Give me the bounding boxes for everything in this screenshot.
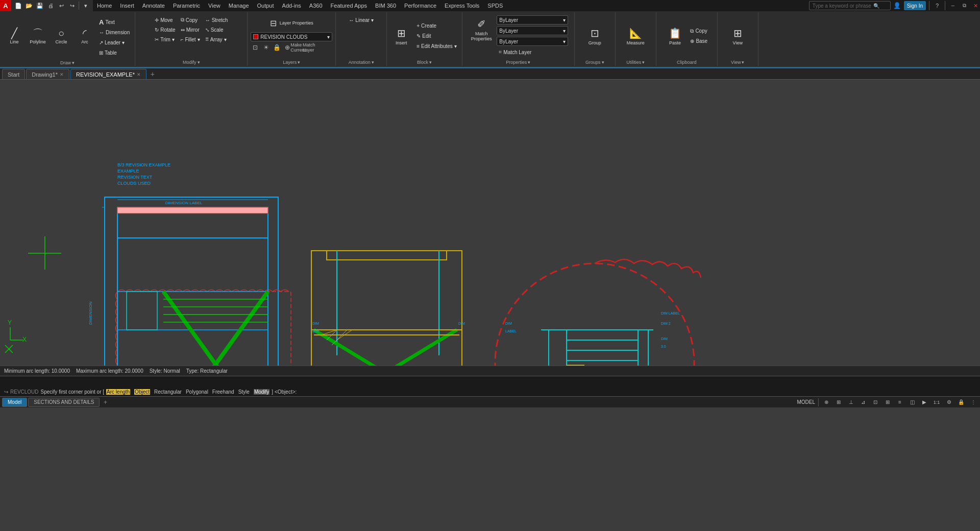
workspace-icon[interactable]: ⚙ — [944, 398, 953, 407]
stretch-button[interactable]: ↔ Stretch — [203, 15, 230, 25]
settings-icon[interactable]: ⋮ — [969, 398, 978, 407]
sign-in-button[interactable]: Sign In — [904, 1, 926, 10]
layer-icon3[interactable]: 🔒 — [272, 43, 281, 52]
view-group-label[interactable]: View ▾ — [731, 60, 744, 65]
match-layer-btn[interactable]: Match Layer — [304, 43, 313, 52]
restore-btn[interactable]: ⧉ — [960, 1, 969, 10]
minimize-btn[interactable]: ─ — [948, 1, 958, 10]
scale-button[interactable]: ⤡ Scale — [203, 25, 230, 34]
layout-tab-add[interactable]: + — [101, 398, 110, 407]
make-current-btn[interactable]: Make Current — [293, 43, 303, 52]
edit-button[interactable]: ✎ Edit — [414, 32, 459, 41]
layer-dropdown[interactable]: REVISION CLOUDS ▾ — [251, 32, 332, 41]
menu-manage[interactable]: Manage — [225, 0, 253, 11]
base-button[interactable]: ⊕ Base — [688, 37, 709, 46]
annotation-group-label[interactable]: Annotation ▾ — [349, 60, 374, 65]
close-btn[interactable]: ✕ — [971, 1, 980, 10]
polyline-button[interactable]: ⌒ Polyline — [27, 22, 49, 51]
match-properties-button[interactable]: ✐ Match Properties — [468, 15, 495, 44]
arc-button[interactable]: ◜ Arc — [74, 22, 96, 51]
user-icon[interactable]: 👤 — [893, 1, 902, 10]
utilities-group-label[interactable]: Utilities ▾ — [626, 60, 645, 65]
menu-spds[interactable]: SPDS — [483, 0, 507, 11]
match-layer-button[interactable]: ⌗ Match Layer — [497, 47, 568, 57]
menu-performance[interactable]: Performance — [400, 0, 440, 11]
circle-button[interactable]: ○ Circle — [50, 22, 72, 51]
array-button[interactable]: ⠿ Array▾ — [203, 35, 230, 44]
tab-start[interactable]: Start — [2, 69, 25, 79]
menu-featured-apps[interactable]: Featured Apps — [327, 0, 372, 11]
layers-group-label[interactable]: Layers ▾ — [283, 60, 300, 65]
layer-icon1[interactable]: ⊡ — [251, 43, 260, 52]
groups-group-label[interactable]: Groups ▾ — [585, 60, 604, 65]
qat-dropdown[interactable]: ▾ — [81, 1, 91, 10]
otrack-icon[interactable]: ⊞ — [883, 398, 892, 407]
qat-save[interactable]: 💾 — [35, 1, 45, 10]
lock-icon[interactable]: 🔒 — [957, 398, 966, 407]
view-button[interactable]: ⊞ View — [726, 22, 749, 51]
menu-bim360[interactable]: BIM 360 — [371, 0, 400, 11]
text-button[interactable]: A Text — [97, 17, 132, 27]
menu-insert[interactable]: Insert — [116, 0, 138, 11]
insert-button[interactable]: ⊞ Insert — [390, 22, 412, 51]
tab-drawing1-close[interactable]: ✕ — [60, 72, 64, 77]
move-button[interactable]: ✛ Move — [153, 15, 177, 25]
dimension-button[interactable]: ↔ Dimension — [97, 28, 132, 37]
layer-icon2[interactable]: ☀ — [261, 43, 271, 52]
menu-annotate[interactable]: Annotate — [138, 0, 169, 11]
tab-add-button[interactable]: + — [148, 69, 158, 79]
fillet-button[interactable]: ⌐ Fillet▾ — [179, 35, 202, 44]
mirror-button[interactable]: ⇔ Mirror — [179, 25, 202, 34]
clipboard-group-label[interactable]: Clipboard — [677, 60, 697, 65]
annotation-scale-icon[interactable]: 1:1 — [932, 398, 941, 407]
tab-sections-details[interactable]: SECTIONS AND DETAILS — [28, 398, 100, 407]
select-icon[interactable]: ▶ — [920, 398, 929, 407]
rotate-button[interactable]: ↻ Rotate — [153, 25, 177, 34]
menu-home[interactable]: Home — [93, 0, 116, 11]
create-button[interactable]: + Create — [414, 21, 459, 31]
linear-button[interactable]: ↔ Linear▾ — [347, 15, 376, 25]
block-group-label[interactable]: Block ▾ — [417, 60, 432, 65]
lineweight-icon[interactable]: ≡ — [895, 398, 904, 407]
measure-button[interactable]: 📐 Measure — [624, 22, 647, 51]
qat-plot[interactable]: 🖨 — [45, 1, 56, 10]
tab-revision-example[interactable]: REVISION_EXAMPLE* ✕ — [70, 69, 146, 79]
copy-button[interactable]: ⧉ Copy — [179, 15, 202, 25]
edit-attrib-button[interactable]: ≡ Edit Attributes▾ — [414, 42, 459, 51]
qat-open[interactable]: 📂 — [24, 1, 34, 10]
acad-logo[interactable]: A — [0, 0, 11, 11]
group-button[interactable]: ⊡ Group — [583, 22, 606, 51]
draw-group-label[interactable]: Draw ▾ — [60, 60, 75, 65]
clipboard-copy-button[interactable]: ⧉ Copy — [688, 27, 709, 36]
ortho-icon[interactable]: ⊥ — [846, 398, 855, 407]
table-button[interactable]: ⊞ Table — [97, 48, 132, 57]
grid-icon[interactable]: ⊞ — [834, 398, 843, 407]
menu-a360[interactable]: A360 — [305, 0, 327, 11]
leader-button[interactable]: ↗ Leader▾ — [97, 38, 132, 47]
qat-undo[interactable]: ↩ — [56, 1, 66, 10]
paste-button[interactable]: 📋 Paste — [664, 22, 686, 51]
transparency-icon[interactable]: ◫ — [908, 398, 917, 407]
line-button[interactable]: ╱ Line — [3, 22, 26, 51]
search-bar[interactable]: Type a keyword or phrase 🔍 — [809, 1, 891, 10]
modify-group-label[interactable]: Modify ▾ — [183, 60, 200, 65]
qat-new[interactable]: 📄 — [13, 1, 23, 10]
bylayer-dropdown3[interactable]: ByLayer ▾ — [497, 37, 568, 46]
tab-drawing1[interactable]: Drawing1* ✕ — [26, 69, 69, 79]
menu-express[interactable]: Express Tools — [440, 0, 483, 11]
tab-revision-close[interactable]: ✕ — [137, 72, 141, 77]
snap-icon[interactable]: ⊕ — [822, 398, 831, 407]
qat-redo[interactable]: ↪ — [67, 1, 77, 10]
help-icon[interactable]: ? — [933, 1, 942, 10]
bylayer-dropdown1[interactable]: ByLayer ▾ — [497, 15, 568, 25]
bylayer-dropdown2[interactable]: ByLayer ▾ — [497, 26, 568, 35]
trim-button[interactable]: ✂ Trim▾ — [153, 35, 177, 44]
menu-output[interactable]: Output — [253, 0, 278, 11]
layer-properties-button[interactable]: ⊟ Layer Properties — [251, 15, 332, 31]
menu-view[interactable]: View — [204, 0, 225, 11]
properties-group-label[interactable]: Properties ▾ — [506, 60, 530, 65]
tab-model[interactable]: Model — [2, 398, 27, 407]
osnap-icon[interactable]: ⊡ — [871, 398, 880, 407]
menu-parametric[interactable]: Parametric — [169, 0, 204, 11]
menu-addins[interactable]: Add-ins — [278, 0, 305, 11]
